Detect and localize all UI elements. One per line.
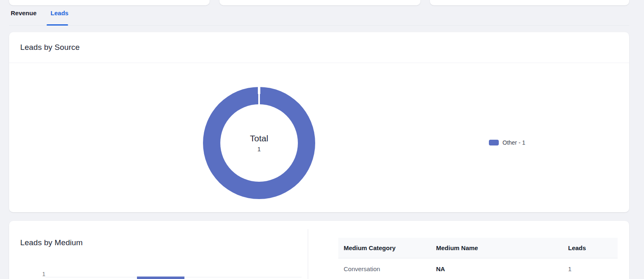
leads-by-medium-title: Leads by Medium [20,238,83,247]
leads-by-medium-card: Leads by Medium 1 Medium Category Medium… [9,221,629,279]
legend-item-other[interactable]: Other - 1 [489,139,525,146]
top-partial-card-2 [219,0,420,5]
leads-by-medium-table: Medium Category Medium Name Leads Conver… [338,238,618,279]
header-leads: Leads [568,244,618,251]
bar-chart-bar[interactable] [137,277,184,279]
cell-leads: 1 [568,265,618,272]
donut-total-label: Total [250,134,268,143]
cell-medium-name: NA [436,265,568,272]
donut-total-value: 1 [257,145,261,152]
table-row: Conversation NA 1 [338,258,618,279]
leads-by-source-donut-chart[interactable]: Total 1 [203,87,315,199]
chart-table-divider [308,229,308,279]
legend-label: Other - 1 [502,139,525,146]
legend-swatch-icon [489,140,499,145]
header-medium-category: Medium Category [338,244,436,251]
dashboard-tabs: Revenue Leads [11,9,68,17]
active-tab-underline [47,24,68,26]
cell-medium-category: Conversation [338,265,436,272]
tabs-divider [9,25,629,26]
tab-revenue[interactable]: Revenue [11,9,37,17]
table-header-row: Medium Category Medium Name Leads [338,238,618,258]
top-partial-card-3 [430,0,629,5]
leads-by-source-title: Leads by Source [9,32,629,63]
leads-by-source-card: Leads by Source Total 1 Other - 1 [9,32,629,212]
header-medium-name: Medium Name [436,244,568,251]
donut-center-label: Total 1 [203,87,315,199]
bar-chart-y-tick: 1 [37,271,45,277]
top-partial-card-1 [9,0,210,5]
tab-leads[interactable]: Leads [51,9,68,17]
